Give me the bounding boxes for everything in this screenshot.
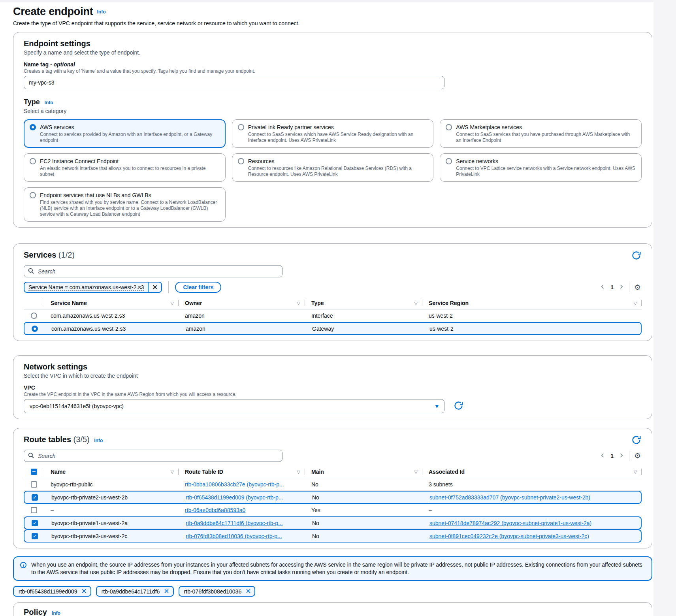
tile-label: Endpoint services that use NLBs and GWLB… bbox=[40, 192, 151, 199]
chevron-right-icon bbox=[618, 284, 624, 291]
row-checkbox[interactable]: ✓ bbox=[32, 494, 38, 501]
radio-nlb-gwlb[interactable] bbox=[30, 192, 36, 198]
route-table-id-link[interactable]: rtb-0a9ddbe64c1711df6 (byovpc-rtb-p... bbox=[186, 520, 283, 526]
tile-description: Connect to resources like Amazon Relatio… bbox=[248, 166, 428, 177]
route-table-row-main[interactable]: – rtb-06ae0dbd6a88593a0 Yes – bbox=[24, 504, 642, 516]
next-page-button[interactable] bbox=[618, 452, 625, 460]
refresh-icon bbox=[632, 251, 641, 261]
sort-icon[interactable]: ▽ bbox=[171, 469, 174, 475]
clear-filters-button[interactable]: Clear filters bbox=[175, 282, 221, 293]
radio-privatelink-partner[interactable] bbox=[238, 124, 244, 130]
services-search-input[interactable] bbox=[37, 268, 278, 275]
type-option-service-networks[interactable]: Service networks Connect to VPC Lattice … bbox=[440, 153, 642, 182]
associated-subnet-link[interactable]: subnet-0f752ad83333ad707 (byovpc-subnet-… bbox=[429, 494, 590, 501]
page-info-link[interactable]: Info bbox=[97, 9, 106, 15]
services-table: Service Name▽ Owner▽ Type▽ Service Regio… bbox=[24, 297, 642, 335]
route-table-id-link[interactable]: rtb-076fdf3b08ed10036 (byovpc-rtb-p... bbox=[186, 533, 282, 539]
sort-icon[interactable]: ▽ bbox=[634, 301, 637, 306]
radio-marketplace[interactable] bbox=[446, 124, 452, 130]
route-table-row-private2[interactable]: ✓ byovpc-rtb-private2-us-west-2b rtb-0f6… bbox=[24, 491, 642, 504]
vpc-select[interactable]: vpc-0eb11514a74631e5f (byovpc-vpc) ▼ bbox=[24, 399, 444, 413]
refresh-icon bbox=[632, 435, 641, 446]
services-count: (1/2) bbox=[58, 251, 75, 259]
service-row-interface[interactable]: com.amazonaws.us-west-2.s3 amazon Interf… bbox=[24, 309, 642, 322]
previous-page-button[interactable] bbox=[599, 283, 606, 292]
radio-resources[interactable] bbox=[238, 158, 244, 164]
type-option-privatelink-partner[interactable]: PrivateLink Ready partner services Conne… bbox=[232, 119, 434, 148]
next-page-button[interactable] bbox=[618, 283, 625, 292]
radio-service-networks[interactable] bbox=[446, 158, 452, 164]
row-radio[interactable] bbox=[32, 326, 38, 332]
service-row-gateway[interactable]: com.amazonaws.us-west-2.s3 amazon Gatewa… bbox=[24, 322, 642, 335]
chip-dismiss-icon[interactable]: ✕ bbox=[164, 588, 169, 595]
name-tag-label: Name tag bbox=[24, 61, 49, 68]
sort-icon[interactable]: ▽ bbox=[297, 301, 300, 306]
radio-ec2-instance-connect[interactable] bbox=[30, 158, 36, 164]
subnets-popover-trigger[interactable]: 3 subnets bbox=[429, 481, 453, 488]
name-tag-input[interactable] bbox=[24, 76, 444, 89]
route-tables-refresh-button[interactable] bbox=[631, 435, 642, 446]
radio-aws-services[interactable] bbox=[30, 124, 36, 130]
row-checkbox[interactable] bbox=[31, 507, 37, 513]
chip-dismiss-icon[interactable]: ✕ bbox=[81, 588, 87, 595]
route-tables-search-input[interactable] bbox=[37, 452, 278, 460]
type-option-nlb-gwlb[interactable]: Endpoint services that use NLBs and GWLB… bbox=[24, 187, 226, 222]
policy-info-link[interactable]: Info bbox=[52, 610, 60, 616]
type-option-aws-services[interactable]: AWS services Connect to services provide… bbox=[24, 119, 226, 148]
sort-icon[interactable]: ▽ bbox=[414, 301, 418, 306]
name-cell: byovpc-rtb-private2-us-west-2b bbox=[45, 494, 179, 501]
type-option-marketplace[interactable]: AWS Marketplace services Connect to SaaS… bbox=[440, 119, 642, 148]
route-tables-info-link[interactable]: Info bbox=[94, 438, 103, 443]
refresh-icon bbox=[454, 401, 463, 411]
route-table-row-private3[interactable]: ✓ byovpc-rtb-private3-us-west-2c rtb-076… bbox=[24, 529, 642, 543]
type-label: Type bbox=[24, 98, 40, 106]
sort-icon[interactable]: ▽ bbox=[634, 469, 637, 475]
sort-icon[interactable]: ▽ bbox=[414, 469, 418, 475]
tile-description: An elastic network interface that allows… bbox=[40, 166, 220, 177]
filter-token-dismiss-icon[interactable]: ✕ bbox=[148, 283, 161, 292]
type-option-resources[interactable]: Resources Connect to resources like Amaz… bbox=[232, 153, 434, 182]
column-header-service-name: Service Name bbox=[51, 300, 87, 306]
tile-description: Find services shared with you by service… bbox=[40, 200, 220, 217]
current-page-number[interactable]: 1 bbox=[606, 453, 618, 459]
caret-down-icon: ▼ bbox=[435, 404, 439, 409]
service-name-cell: com.amazonaws.us-west-2.s3 bbox=[45, 326, 179, 332]
row-checkbox[interactable]: ✓ bbox=[32, 520, 38, 526]
selection-column-header bbox=[24, 297, 44, 309]
select-all-checkbox[interactable] bbox=[31, 469, 37, 475]
route-table-id-link[interactable]: rtb-06ae0dbd6a88593a0 bbox=[185, 507, 245, 513]
column-header-associated-id: Associated Id bbox=[429, 469, 465, 475]
associated-subnet-link[interactable]: subnet-0f891cec049232c2e (byovpc-subnet-… bbox=[429, 533, 589, 539]
route-tables-table: Name▽ Route Table ID▽ Main▽ Associated I… bbox=[24, 466, 642, 543]
row-checkbox[interactable] bbox=[31, 481, 37, 488]
vpc-refresh-button[interactable] bbox=[453, 400, 464, 412]
route-table-row-private1[interactable]: ✓ byovpc-rtb-private1-us-west-2a rtb-0a9… bbox=[24, 516, 642, 529]
previous-page-button[interactable] bbox=[599, 452, 606, 460]
route-tables-search[interactable] bbox=[24, 450, 282, 462]
route-tables-preferences-button[interactable]: ⚙ bbox=[633, 451, 642, 460]
filter-token-label[interactable]: Service Name = com.amazonaws.us-west-2.s… bbox=[24, 283, 148, 292]
main-cell: No bbox=[306, 533, 423, 539]
route-table-row-public[interactable]: byovpc-rtb-public rtb-0bba10806b33cb27e … bbox=[24, 478, 642, 491]
sort-icon[interactable]: ▽ bbox=[297, 469, 300, 475]
endpoint-settings-title: Endpoint settings bbox=[24, 39, 642, 48]
sort-icon[interactable]: ▽ bbox=[171, 301, 174, 306]
services-refresh-button[interactable] bbox=[631, 250, 642, 262]
type-option-ec2-instance-connect[interactable]: EC2 Instance Connect Endpoint An elastic… bbox=[24, 153, 226, 182]
services-preferences-button[interactable]: ⚙ bbox=[633, 283, 642, 292]
route-table-id-link[interactable]: rtb-0bba10806b33cb27e (byovpc-rtb-p... bbox=[185, 481, 284, 488]
row-radio[interactable] bbox=[31, 313, 37, 319]
associated-subnet-link[interactable]: subnet-07418de78974ac292 (byovpc-subnet-… bbox=[429, 520, 591, 526]
type-category-tiles: AWS services Connect to services provide… bbox=[24, 119, 642, 222]
chevron-left-icon bbox=[600, 452, 606, 460]
chip-dismiss-icon[interactable]: ✕ bbox=[245, 588, 251, 595]
row-checkbox[interactable]: ✓ bbox=[32, 533, 38, 539]
tile-label: Service networks bbox=[456, 158, 498, 165]
route-table-id-link[interactable]: rtb-0f65438d1199ed009 (byovpc-rtb-p... bbox=[186, 494, 283, 501]
tile-label: PrivateLink Ready partner services bbox=[248, 124, 334, 131]
chip-label: rtb-076fdf3b08ed10036 bbox=[184, 588, 242, 595]
services-search[interactable] bbox=[24, 265, 282, 277]
current-page-number[interactable]: 1 bbox=[606, 284, 618, 290]
chevron-left-icon bbox=[600, 284, 606, 291]
type-info-link[interactable]: Info bbox=[45, 100, 53, 105]
